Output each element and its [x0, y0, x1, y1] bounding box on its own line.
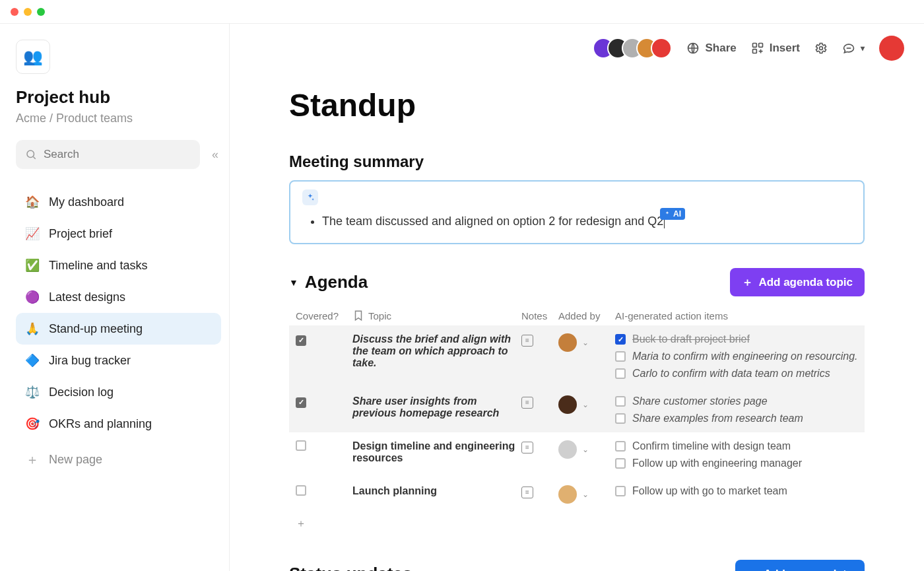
comment-icon — [842, 42, 855, 55]
breadcrumb[interactable]: Acme / Product teams — [16, 112, 221, 125]
col-notes[interactable]: Notes — [521, 310, 554, 321]
chevron-down-icon[interactable]: ⌄ — [582, 338, 589, 347]
ai-summary-box[interactable]: The team discussed and aligned on option… — [289, 180, 865, 244]
action-checkbox[interactable] — [615, 351, 626, 362]
sidebar-item-project-brief[interactable]: 📈Project brief — [16, 218, 221, 250]
add-status-update-button[interactable]: ＋ Add your update — [735, 560, 865, 571]
action-text: Maria to confirm with engineering on res… — [632, 351, 858, 362]
sidebar-item-latest-designs[interactable]: 🟣Latest designs — [16, 281, 221, 313]
chevron-down-icon[interactable]: ⌄ — [582, 445, 589, 454]
collapse-sidebar-button[interactable]: « — [209, 145, 221, 164]
action-item[interactable]: Follow up with engineering manager — [615, 457, 858, 469]
summary-item[interactable]: The team discussed and aligned on option… — [322, 215, 851, 228]
col-covered[interactable]: Covered? — [296, 310, 348, 321]
disclosure-triangle-icon[interactable]: ▼ — [289, 277, 298, 288]
close-window-button[interactable] — [11, 8, 18, 16]
author-avatar[interactable] — [558, 440, 577, 459]
notes-icon[interactable]: ≡ — [521, 487, 533, 498]
covered-checkbox[interactable] — [296, 335, 306, 346]
covered-checkbox[interactable] — [296, 397, 306, 408]
agenda-topic[interactable]: Launch planning — [352, 485, 517, 497]
sidebar-nav: 🏠My dashboard📈Project brief✅Timeline and… — [16, 186, 221, 440]
action-text: Follow up with go to market team — [632, 485, 787, 497]
globe-icon — [686, 42, 700, 55]
col-actions[interactable]: AI-generated action items — [615, 310, 858, 321]
action-item[interactable]: Follow up with go to market team — [615, 485, 858, 497]
sidebar-item-label: Decision log — [49, 386, 114, 399]
share-button[interactable]: Share — [686, 42, 736, 55]
search-icon — [25, 149, 37, 160]
page-emoji-icon: 🟣 — [25, 290, 40, 304]
insert-button[interactable]: Insert — [751, 42, 800, 55]
page-title[interactable]: Standup — [289, 87, 865, 123]
ai-chip[interactable]: AI — [660, 208, 685, 220]
workspace-title: Project hub — [16, 87, 221, 108]
minimize-window-button[interactable] — [24, 8, 32, 16]
col-topic[interactable]: Topic — [352, 310, 517, 321]
action-item[interactable]: Buck to draft project brief — [615, 333, 858, 345]
page-emoji-icon: 🙏 — [25, 321, 40, 336]
page-emoji-icon: 🏠 — [25, 195, 40, 209]
chevron-down-icon[interactable]: ⌄ — [582, 400, 589, 409]
agenda-row: Discuss the brief and align with the tea… — [289, 325, 865, 387]
chevron-down-icon: ▾ — [861, 44, 865, 53]
topbar: Share Insert ▾ — [230, 24, 924, 61]
sidebar: 👥 Project hub Acme / Product teams « 🏠My… — [0, 24, 230, 571]
action-checkbox[interactable] — [615, 334, 626, 345]
ai-chip-label: AI — [673, 209, 681, 218]
agenda-topic[interactable]: Share user insights from previous homepa… — [352, 395, 517, 419]
action-checkbox[interactable] — [615, 368, 626, 379]
comments-button[interactable]: ▾ — [842, 42, 865, 55]
author-avatar[interactable] — [558, 485, 577, 504]
sidebar-item-label: Jira bug tracker — [49, 354, 131, 368]
notes-icon[interactable]: ≡ — [521, 335, 533, 347]
sparkle-small-icon — [664, 211, 671, 217]
action-item[interactable]: Share examples from research team — [615, 413, 858, 424]
agenda-row: Launch planning≡⌄Follow up with go to ma… — [289, 477, 865, 512]
new-page-button[interactable]: ＋ New page — [16, 444, 221, 475]
chevron-down-icon[interactable]: ⌄ — [582, 490, 589, 499]
action-checkbox[interactable] — [615, 413, 626, 424]
action-checkbox[interactable] — [615, 486, 626, 496]
sidebar-item-my-dashboard[interactable]: 🏠My dashboard — [16, 186, 221, 218]
notes-icon[interactable]: ≡ — [521, 442, 533, 453]
add-row-button[interactable]: ＋ — [289, 512, 865, 536]
search-input[interactable] — [44, 148, 191, 161]
sidebar-item-jira-bug-tracker[interactable]: 🔷Jira bug tracker — [16, 345, 221, 376]
col-added-by[interactable]: Added by — [558, 310, 611, 321]
workspace-icon[interactable]: 👥 — [16, 40, 50, 74]
svg-line-1 — [33, 156, 35, 158]
collaborator-avatars[interactable] — [593, 38, 672, 59]
sidebar-item-okrs-and-planning[interactable]: 🎯OKRs and planning — [16, 408, 221, 440]
action-item[interactable]: Maria to confirm with engineering on res… — [615, 351, 858, 362]
sidebar-item-label: Stand-up meeting — [49, 322, 143, 336]
agenda-topic[interactable]: Discuss the brief and align with the tea… — [352, 333, 517, 369]
action-item[interactable]: Share customer stories page — [615, 395, 858, 407]
notes-icon[interactable]: ≡ — [521, 397, 533, 409]
settings-button[interactable] — [814, 42, 828, 55]
sidebar-item-timeline-and-tasks[interactable]: ✅Timeline and tasks — [16, 250, 221, 281]
sidebar-item-label: Timeline and tasks — [49, 259, 147, 273]
sidebar-item-label: My dashboard — [49, 195, 124, 209]
add-agenda-topic-button[interactable]: ＋ Add agenda topic — [730, 268, 865, 296]
maximize-window-button[interactable] — [37, 8, 45, 16]
author-avatar[interactable] — [558, 333, 577, 352]
action-item[interactable]: Confirm timeline with design team — [615, 440, 858, 452]
action-checkbox[interactable] — [615, 441, 626, 452]
action-checkbox[interactable] — [615, 458, 626, 469]
sidebar-item-decision-log[interactable]: ⚖️Decision log — [16, 376, 221, 408]
action-item[interactable]: Carlo to confirm with data team on metri… — [615, 368, 858, 380]
covered-checkbox[interactable] — [296, 485, 306, 496]
main-area: Share Insert ▾ Standup Meeting summary — [230, 24, 924, 571]
status-heading: Status updates — [289, 564, 412, 571]
collaborator-avatar[interactable] — [651, 38, 672, 59]
covered-checkbox[interactable] — [296, 440, 306, 451]
sidebar-item-stand-up-meeting[interactable]: 🙏Stand-up meeting — [16, 313, 221, 345]
author-avatar[interactable] — [558, 395, 577, 414]
insert-label: Insert — [770, 42, 800, 55]
search-input-wrap[interactable] — [16, 140, 200, 169]
agenda-topic[interactable]: Design timeline and engineering resource… — [352, 440, 517, 464]
profile-avatar[interactable] — [879, 36, 904, 61]
action-checkbox[interactable] — [615, 396, 626, 407]
action-text: Buck to draft project brief — [632, 333, 750, 345]
